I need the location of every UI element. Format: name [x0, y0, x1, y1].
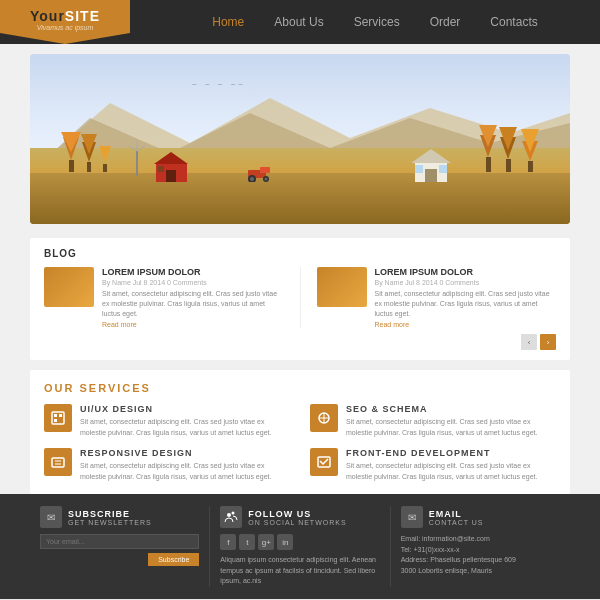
service-name-3: RESPONSIVE DESIGN — [80, 448, 290, 458]
svg-rect-26 — [425, 169, 437, 182]
facebook-icon[interactable]: f — [220, 534, 236, 550]
house — [411, 147, 451, 182]
twitter-icon[interactable]: t — [239, 534, 255, 550]
svg-rect-8 — [103, 164, 107, 172]
svg-marker-37 — [521, 129, 539, 152]
googleplus-icon[interactable]: g+ — [258, 534, 274, 550]
blog-posts: LOREM IPSUM DOLOR By Name Jul 8 2014 0 C… — [44, 267, 556, 328]
email-subtitle: CONTACT US — [429, 519, 484, 526]
svg-rect-41 — [54, 419, 57, 422]
nav-services[interactable]: Services — [354, 15, 400, 29]
nav-contacts[interactable]: Contacts — [490, 15, 537, 29]
main-content: ~ ~ ~ ~~ BLOG LOREM IPSUM DOLOR By Name … — [0, 44, 600, 494]
email-tel: Tel: +31(0)xxx-xx-x — [401, 545, 560, 556]
blog-excerpt-2: Sit amet, consectetur adipiscing elit. C… — [375, 289, 557, 318]
svg-rect-16 — [166, 170, 176, 182]
service-item-2: SEO & SCHEMA Sit amet, consectetur adipi… — [310, 404, 556, 438]
service-content-2: SEO & SCHEMA Sit amet, consectetur adipi… — [346, 404, 556, 438]
footer: ✉ SUBSCRIBE GET NEWSLETTERS Subscribe FO… — [0, 494, 600, 599]
nav-order[interactable]: Order — [430, 15, 461, 29]
svg-point-23 — [265, 177, 268, 180]
read-more-2[interactable]: Read more — [375, 321, 557, 328]
logo-text: YourSITE — [30, 8, 100, 24]
blog-content-2: LOREM IPSUM DOLOR By Name Jul 8 2014 0 C… — [375, 267, 557, 328]
service-item-3: RESPONSIVE DESIGN Sit amet, consectetur … — [44, 448, 290, 482]
subscribe-icon: ✉ — [40, 506, 62, 528]
blog-post-2: LOREM IPSUM DOLOR By Name Jul 8 2014 0 C… — [317, 267, 557, 328]
service-content-1: UI/UX DESIGN Sit amet, consectetur adipi… — [80, 404, 290, 438]
service-name-2: SEO & SCHEMA — [346, 404, 556, 414]
blog-content-1: LOREM IPSUM DOLOR By Name Jul 8 2014 0 C… — [102, 267, 284, 328]
services-grid: UI/UX DESIGN Sit amet, consectetur adipi… — [44, 404, 556, 482]
footer-email: ✉ EMAIL CONTACT US Email: information@si… — [391, 506, 570, 587]
service-content-4: FRONT-END DEVELOPMENT Sit amet, consecte… — [346, 448, 556, 482]
svg-rect-5 — [87, 162, 91, 172]
service-desc-1: Sit amet, consectetur adipiscing elit. C… — [80, 417, 290, 438]
service-desc-2: Sit amet, consectetur adipiscing elit. C… — [346, 417, 556, 438]
service-item-1: UI/UX DESIGN Sit amet, consectetur adipi… — [44, 404, 290, 438]
logo-tagline: Vivamus ac ipsum — [37, 24, 94, 31]
main-nav: Home About Us Services Order Contacts — [130, 15, 600, 29]
svg-marker-9 — [99, 146, 111, 162]
service-name-1: UI/UX DESIGN — [80, 404, 290, 414]
logo[interactable]: YourSITE Vivamus ac ipsum — [0, 0, 130, 44]
svg-rect-17 — [158, 166, 164, 172]
svg-rect-27 — [415, 165, 423, 173]
trees-left — [57, 122, 117, 182]
email-address: Email: information@site.com — [401, 534, 560, 545]
service-icon-3 — [44, 448, 72, 476]
blog-label: BLOG — [44, 248, 556, 259]
subscribe-button[interactable]: Subscribe — [148, 553, 199, 566]
blog-thumb-2 — [317, 267, 367, 307]
subscribe-title: SUBSCRIBE — [68, 509, 152, 519]
blog-divider — [300, 267, 301, 328]
service-desc-3: Sit amet, consectetur adipiscing elit. C… — [80, 461, 290, 482]
svg-rect-45 — [52, 458, 64, 467]
footer-follow: FOLLOW US ON SOCIAL NETWORKS f t g+ in A… — [210, 506, 390, 587]
follow-text: Aliquam ipsum consectetur adipiscing eli… — [220, 555, 379, 587]
social-icons: f t g+ in — [220, 534, 379, 550]
svg-rect-38 — [52, 412, 64, 424]
svg-line-13 — [129, 146, 137, 151]
email-header: ✉ EMAIL CONTACT US — [401, 506, 560, 528]
email-street: Address: Phasellus pellentesque 609 — [401, 555, 560, 566]
svg-point-50 — [232, 512, 235, 515]
svg-rect-19 — [260, 167, 270, 173]
svg-rect-35 — [528, 161, 533, 172]
svg-point-21 — [250, 177, 254, 181]
blog-meta-1: By Name Jul 8 2014 0 Comments — [102, 279, 284, 286]
nav-home[interactable]: Home — [212, 15, 244, 29]
blog-prev-btn[interactable]: ‹ — [521, 334, 537, 350]
blog-next-btn[interactable]: › — [540, 334, 556, 350]
svg-rect-10 — [136, 151, 138, 176]
email-title: EMAIL — [429, 509, 484, 519]
email-city: 3000 Lobortis enlisqe, Mauris — [401, 566, 560, 577]
svg-rect-40 — [59, 414, 62, 417]
footer-subscribe: ✉ SUBSCRIBE GET NEWSLETTERS Subscribe — [30, 506, 210, 587]
tractor — [246, 162, 274, 182]
service-icon-4 — [310, 448, 338, 476]
service-item-4: FRONT-END DEVELOPMENT Sit amet, consecte… — [310, 448, 556, 482]
linkedin-icon[interactable]: in — [277, 534, 293, 550]
birds: ~ ~ ~ ~~ — [192, 80, 246, 89]
services-title: OUR SERVICES — [44, 382, 556, 394]
barn — [154, 152, 189, 182]
svg-line-12 — [137, 146, 145, 151]
service-content-3: RESPONSIVE DESIGN Sit amet, consectetur … — [80, 448, 290, 482]
svg-marker-25 — [411, 149, 451, 163]
blog-title-1: LOREM IPSUM DOLOR — [102, 267, 284, 277]
blog-thumb-1 — [44, 267, 94, 307]
subscribe-header: ✉ SUBSCRIBE GET NEWSLETTERS — [40, 506, 199, 528]
service-icon-1 — [44, 404, 72, 432]
nav-about[interactable]: About Us — [274, 15, 323, 29]
blog-title-2: LOREM IPSUM DOLOR — [375, 267, 557, 277]
logo-site: SITE — [65, 8, 100, 24]
trees-right — [478, 117, 548, 182]
svg-rect-39 — [54, 414, 57, 417]
blog-section: BLOG LOREM IPSUM DOLOR By Name Jul 8 201… — [30, 238, 570, 360]
subscribe-subtitle: GET NEWSLETTERS — [68, 519, 152, 526]
follow-icon — [220, 506, 242, 528]
subscribe-input[interactable] — [40, 534, 199, 549]
blog-post-1: LOREM IPSUM DOLOR By Name Jul 8 2014 0 C… — [44, 267, 284, 328]
read-more-1[interactable]: Read more — [102, 321, 284, 328]
